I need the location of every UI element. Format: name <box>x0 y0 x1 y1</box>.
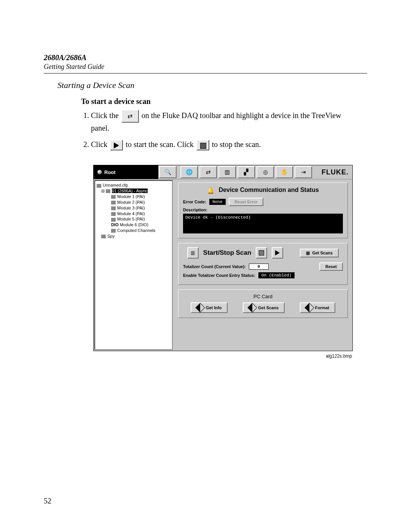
root-label: Root <box>104 169 116 175</box>
get-scans-button[interactable]: ▥ Get Scans <box>300 249 339 257</box>
spy-icon <box>101 235 106 238</box>
device-icon <box>106 189 110 193</box>
step-1: Click the ⇄ on the Fluke DAQ toolbar and… <box>91 110 367 134</box>
communication-toolbar-icon: ⇄ <box>121 110 139 123</box>
tree-module-3[interactable]: Module 3 (PAI) <box>96 205 171 211</box>
tree-computed[interactable]: Computed Channels <box>96 228 171 233</box>
step-2-text-c: to stop the scan. <box>212 140 261 149</box>
pccard-icon <box>304 303 314 312</box>
play-icon <box>110 140 123 150</box>
pccard-getinfo-label: Get Info <box>206 305 222 310</box>
scan-device-small-icon: ▥ <box>306 251 310 256</box>
toolbar-hand-button[interactable]: ✋ <box>276 166 293 178</box>
app-window: Root 🔍 🌐 ⇄ ▥ ▞ ◎ ✋ ⇥ FLUKE. Unnamed.cfg <box>93 165 353 351</box>
description-box: Device Ok - (Disconnected) <box>183 214 343 233</box>
pccard-title: PC Card <box>183 294 343 299</box>
scan-panel: ▥ Start/Stop Scan ▥ Get Scans Totalizer <box>178 243 348 285</box>
pccard-getinfo-button[interactable]: Get Info <box>191 302 228 313</box>
module-icon <box>111 206 116 210</box>
subheading: To start a device scan <box>81 97 367 106</box>
enable-totalizer-value: On (Enabled) <box>258 272 295 278</box>
root-ball-icon <box>97 170 102 174</box>
app-body: Unnamed.cfg ⊟ 01 (2686A) - Async Module … <box>94 179 352 351</box>
totalizer-label: Totalizer Count (Current Value): <box>183 264 246 269</box>
totalizer-reset-button[interactable]: Reset <box>319 262 343 271</box>
pccard-icon <box>195 303 205 312</box>
tree-computed-label: Computed Channels <box>117 228 155 233</box>
tree-spy[interactable]: Spy <box>96 233 171 239</box>
bell-icon: 🔔 <box>207 187 214 194</box>
pccard-panel: PC Card Get Info Get Scans <box>178 289 348 318</box>
step-2: Click to start the scan. Click to stop t… <box>91 139 367 150</box>
toolbar-globe-button[interactable]: 🌐 <box>180 166 198 178</box>
toolbar-exit-button[interactable]: ⇥ <box>295 166 312 178</box>
comm-status-title: 🔔 Device Communication and Status <box>183 187 343 194</box>
page-header: 2680A/2686A Getting Started Guide <box>44 53 367 73</box>
header-guide: Getting Started Guide <box>44 63 367 71</box>
tree-module-2[interactable]: Module 2 (PAI) <box>96 200 171 205</box>
tree-module-2-label: Module 2 (PAI) <box>117 200 145 204</box>
description-label: Description: <box>183 208 207 212</box>
error-code-label: Error Code: <box>183 200 206 204</box>
tree-module-4[interactable]: Module 4 (PAI) <box>96 211 171 217</box>
tree-module-5[interactable]: Module 5 (PAI) <box>96 216 171 222</box>
header-model: 2680A/2686A <box>44 53 367 62</box>
scan-title: Start/Stop Scan <box>203 249 252 257</box>
comm-status-panel: 🔔 Device Communication and Status Error … <box>178 182 348 238</box>
tree-device-label: 01 (2686A) - Async <box>112 189 148 193</box>
config-icon <box>97 184 101 188</box>
tree-config-label: Unnamed.cfg <box>103 183 127 187</box>
tree-module-4-label: Module 4 (PAI) <box>117 211 145 216</box>
header-rule <box>44 73 367 73</box>
steps-list: Click the ⇄ on the Fluke DAQ toolbar and… <box>81 110 367 150</box>
step-2-text-b: to start the scan. Click <box>126 140 195 149</box>
pccard-getscans-button[interactable]: Get Scans <box>243 302 285 313</box>
pccard-format-button[interactable]: Format <box>300 302 335 313</box>
module-icon <box>111 218 116 222</box>
tree-module-6[interactable]: DIO Module 6 (DIO) <box>96 222 171 228</box>
stop-scan-button[interactable] <box>256 247 267 259</box>
toolbar-target-button[interactable]: ◎ <box>256 166 274 178</box>
error-code-value: None <box>209 199 225 205</box>
figure-caption: alg122s.bmp <box>93 353 352 359</box>
computed-icon <box>111 229 116 233</box>
reset-error-button[interactable]: Reset Error <box>229 198 264 206</box>
start-scan-button[interactable] <box>272 247 283 259</box>
tree-module-6-label: Module 6 (DIO) <box>120 222 148 227</box>
pccard-icon <box>248 303 257 312</box>
app-toolbar: Root 🔍 🌐 ⇄ ▥ ▞ ◎ ✋ ⇥ FLUKE. <box>94 165 352 179</box>
page: 2680A/2686A Getting Started Guide Starti… <box>0 0 411 532</box>
tree-module-6-prefix: DIO <box>111 222 119 227</box>
toolbar-communication-button[interactable]: ⇄ <box>199 166 217 178</box>
enable-totalizer-label: Enable Totalizer Count Entry Status: <box>183 273 255 278</box>
tree-module-1-label: Module 1 (PAI) <box>117 194 145 199</box>
root-title-box: Root <box>94 165 158 179</box>
step-2-text-a: Click <box>91 140 109 149</box>
module-icon <box>111 201 116 204</box>
step-1-text-a: Click the <box>91 111 121 120</box>
scan-device-icon: ▥ <box>187 247 199 259</box>
section-title: Starting a Device Scan <box>57 80 367 90</box>
pccard-format-label: Format <box>315 305 329 310</box>
module-icon <box>111 212 116 216</box>
tree-module-5-label: Module 5 (PAI) <box>117 217 145 221</box>
app-screenshot-figure: Root 🔍 🌐 ⇄ ▥ ▞ ◎ ✋ ⇥ FLUKE. Unnamed.cfg <box>93 165 352 359</box>
tree-spy-label: Spy <box>107 234 115 238</box>
toolbar-search-button[interactable]: 🔍 <box>159 166 177 178</box>
tree-config[interactable]: Unnamed.cfg <box>96 182 171 188</box>
tree-module-3-label: Module 3 (PAI) <box>117 206 145 210</box>
toolbar-device-button[interactable]: ▥ <box>218 166 236 178</box>
module-icon <box>111 195 116 199</box>
stop-icon <box>196 140 209 150</box>
toolbar-chart-button[interactable]: ▞ <box>237 166 255 178</box>
fluke-logo: FLUKE. <box>322 168 352 176</box>
tree-device[interactable]: ⊟ 01 (2686A) - Async <box>96 188 171 194</box>
tree-module-1[interactable]: Module 1 (PAI) <box>96 194 171 200</box>
pccard-getscans-label: Get Scans <box>258 305 279 310</box>
comm-status-title-text: Device Communication and Status <box>219 187 319 193</box>
tree-view[interactable]: Unnamed.cfg ⊟ 01 (2686A) - Async Module … <box>94 180 173 350</box>
totalizer-value: 0 <box>249 264 269 270</box>
page-number: 52 <box>44 497 51 505</box>
content-pane: 🔔 Device Communication and Status Error … <box>174 179 352 351</box>
get-scans-label: Get Scans <box>312 251 333 255</box>
